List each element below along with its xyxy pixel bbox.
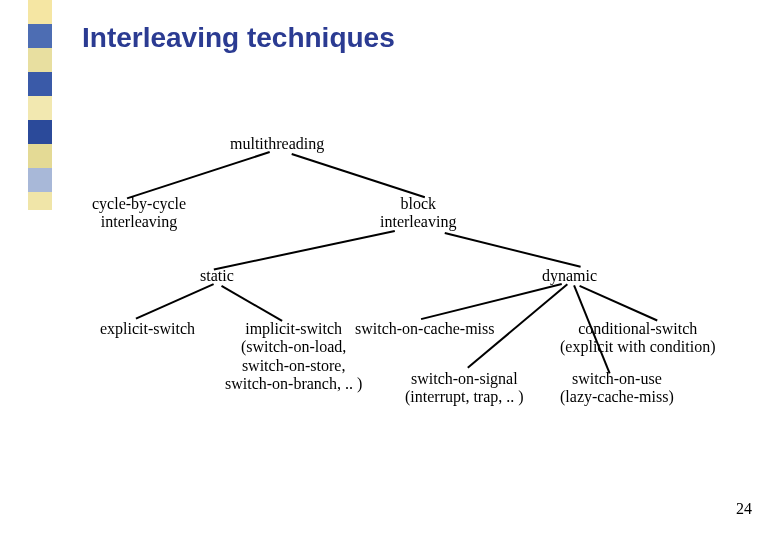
node-signal-l1: switch-on-signal xyxy=(405,370,524,388)
node-explicit-switch: explicit-switch xyxy=(100,320,195,338)
page-number: 24 xyxy=(736,500,752,518)
node-implicit-l1: implicit-switch xyxy=(225,320,362,338)
node-conditional-switch: conditional-switch (explicit with condit… xyxy=(560,320,716,357)
sidebar-square xyxy=(28,192,52,210)
sidebar-square xyxy=(28,0,52,24)
node-multithreading: multithreading xyxy=(230,135,324,153)
node-use-l2: (lazy-cache-miss) xyxy=(560,388,674,406)
node-cbc-line1: cycle-by-cycle xyxy=(92,195,186,213)
sidebar-square xyxy=(28,120,52,144)
node-cycle-by-cycle: cycle-by-cycle interleaving xyxy=(92,195,186,232)
node-blk-line2: interleaving xyxy=(380,213,456,231)
edge xyxy=(579,285,657,321)
edge xyxy=(136,284,214,320)
edge xyxy=(421,284,562,321)
node-blk-line1: block xyxy=(380,195,456,213)
slide-title: Interleaving techniques xyxy=(82,22,395,54)
sidebar-square xyxy=(28,24,52,48)
sidebar-square xyxy=(28,168,52,192)
node-cbc-line2: interleaving xyxy=(92,213,186,231)
edge xyxy=(445,232,581,267)
sidebar-square xyxy=(28,144,52,168)
node-switch-on-use: switch-on-use (lazy-cache-miss) xyxy=(560,370,674,407)
node-dynamic: dynamic xyxy=(542,267,597,285)
edge xyxy=(214,231,395,271)
edge xyxy=(127,152,270,200)
edge xyxy=(292,153,426,198)
node-implicit-l3: switch-on-store, xyxy=(225,357,362,375)
sidebar-square xyxy=(28,48,52,72)
sidebar-square xyxy=(28,72,52,96)
node-switch-on-signal: switch-on-signal (interrupt, trap, .. ) xyxy=(405,370,524,407)
node-switch-on-cache-miss: switch-on-cache-miss xyxy=(355,320,495,338)
edge xyxy=(221,285,282,321)
node-cond-l1: conditional-switch xyxy=(560,320,716,338)
sidebar-square xyxy=(28,96,52,120)
node-signal-l2: (interrupt, trap, .. ) xyxy=(405,388,524,406)
node-cond-l2: (explicit with condition) xyxy=(560,338,716,356)
node-block-interleaving: block interleaving xyxy=(380,195,456,232)
node-implicit-switch: implicit-switch (switch-on-load, switch-… xyxy=(225,320,362,394)
node-implicit-l2: (switch-on-load, xyxy=(225,338,362,356)
node-implicit-l4: switch-on-branch, .. ) xyxy=(225,375,362,393)
node-use-l1: switch-on-use xyxy=(560,370,674,388)
decorative-sidebar xyxy=(28,0,52,210)
